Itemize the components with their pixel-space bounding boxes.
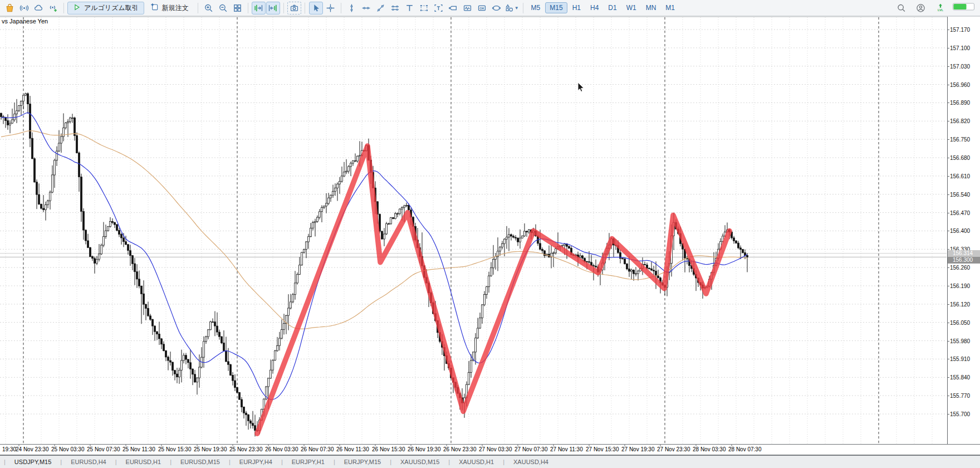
price-axis-label: 156.470 xyxy=(950,210,970,216)
market-bag-icon[interactable] xyxy=(3,2,17,14)
price-axis-label: 156.680 xyxy=(950,155,970,161)
timeframe-h4[interactable]: H4 xyxy=(586,2,603,13)
ma-fast-line[interactable] xyxy=(1,113,747,399)
toolbar: アルゴリズム取引 新規注文 xyxy=(0,0,980,16)
time-axis-label: 25 Nov 07:30 xyxy=(87,446,120,452)
price-axis-label: 156.260 xyxy=(950,265,970,271)
toolbar-separator xyxy=(63,3,64,13)
shapes-dropdown[interactable]: ▼ xyxy=(504,2,520,14)
zoom-out-button[interactable] xyxy=(216,2,230,14)
chart-plot[interactable] xyxy=(0,0,980,468)
time-axis-label: 26 Nov 15:30 xyxy=(372,446,405,452)
chevron-down-icon: ▼ xyxy=(514,6,519,11)
chart-tab-eurusd-m15[interactable]: EURUSD,M15 xyxy=(172,459,228,465)
chart-tab-eurjpy-h1[interactable]: EURJPY,H1 xyxy=(283,459,333,465)
price-axis-label: 156.960 xyxy=(950,82,970,88)
chart-tab-xauusd-h1[interactable]: XAUUSD,H1 xyxy=(450,459,502,465)
ellipse-tool[interactable] xyxy=(489,2,503,14)
chart-tab-xauusd-m15[interactable]: XAUUSD,M15 xyxy=(392,459,448,465)
price-axis-label: 157.100 xyxy=(950,45,970,51)
ask-price-badge: 156.314 xyxy=(948,250,980,257)
zigzag-drawing[interactable] xyxy=(257,146,729,433)
level-label: LVL xyxy=(937,8,943,12)
price-axis-label: 155.840 xyxy=(950,374,970,381)
timeframe-h1[interactable]: H1 xyxy=(568,2,585,13)
cursor-tool-button[interactable] xyxy=(309,2,323,14)
time-axis-label: 19:30 xyxy=(2,446,16,452)
price-axis-label: 156.610 xyxy=(950,173,970,179)
price-axis-label: 156.050 xyxy=(950,320,970,326)
price-label-tool[interactable] xyxy=(446,2,460,14)
chart-tab-xauusd-h4[interactable]: XAUUSD,H4 xyxy=(505,459,557,465)
tile-windows-button[interactable] xyxy=(231,2,244,14)
trendline-tool[interactable] xyxy=(374,2,388,14)
shape-tool[interactable] xyxy=(417,2,431,14)
cloud-icon[interactable] xyxy=(32,2,46,14)
time-axis-label: 25 Nov 03:30 xyxy=(51,446,85,452)
chart-tab-eurjpy-m15[interactable]: EURJPY,M15 xyxy=(336,459,389,465)
price-axis[interactable]: 157.170157.100157.030156.960156.890156.8… xyxy=(947,17,980,444)
add-signal-icon[interactable] xyxy=(46,2,60,14)
timeframe-w1[interactable]: W1 xyxy=(622,2,641,13)
time-axis-label: 25 Nov 23:30 xyxy=(229,446,263,452)
timeframe-mn[interactable]: MN xyxy=(641,2,661,13)
timeframe-m5[interactable]: M5 xyxy=(527,2,545,13)
price-axis-label: 156.750 xyxy=(950,136,970,143)
time-axis-label: 27 Nov 19:30 xyxy=(621,446,655,452)
shift-end-button[interactable] xyxy=(252,2,266,14)
timeframe-m1[interactable]: M1 xyxy=(661,2,679,13)
time-axis-label: 28 Nov 07:30 xyxy=(728,446,762,452)
toolbar-separator xyxy=(305,3,306,13)
indicator-window-tool[interactable] xyxy=(460,2,474,14)
toolbar-right-group: LVL xyxy=(894,2,977,14)
time-axis-label: 27 Nov 07:30 xyxy=(514,446,548,452)
channel-tool[interactable] xyxy=(388,2,402,14)
price-axis-label: 156.120 xyxy=(950,301,970,308)
ok-box-tool[interactable]: OK xyxy=(475,2,489,14)
price-axis-label: 156.890 xyxy=(950,100,970,106)
price-axis-label: 155.770 xyxy=(950,393,970,399)
vertical-line-tool[interactable] xyxy=(345,2,359,14)
search-icon[interactable] xyxy=(894,2,908,14)
chart-tab-eurusd-h1[interactable]: EURUSD,H1 xyxy=(117,459,170,465)
toolbar-separator xyxy=(198,3,198,13)
price-axis-label: 155.980 xyxy=(950,338,970,344)
level-meter xyxy=(953,2,975,13)
time-axis-label: 26 Nov 03:30 xyxy=(265,446,298,452)
horizontal-line-tool[interactable] xyxy=(359,2,373,14)
toolbar-separator xyxy=(283,3,284,13)
timeframe-m15[interactable]: M15 xyxy=(545,2,567,13)
time-axis-label: 28 Nov 03:30 xyxy=(693,446,726,452)
text-tool[interactable] xyxy=(403,2,416,14)
chart-tab-bar: |USDJPY,M15|EURUSD,H4|EURUSD,H1|EURUSD,M… xyxy=(0,455,980,468)
signals-icon[interactable] xyxy=(17,2,31,14)
chart-tab-eurusd-h4[interactable]: EURUSD,H4 xyxy=(62,459,115,465)
chart-tab-usdjpy-m15[interactable]: USDJPY,M15 xyxy=(6,459,60,465)
chart-tab-eurjpy-h4[interactable]: EURJPY,H4 xyxy=(231,459,281,465)
price-axis-label: 156.820 xyxy=(950,118,970,124)
auto-scroll-button[interactable] xyxy=(266,2,280,14)
level-up-icon[interactable]: LVL xyxy=(933,2,947,14)
new-order-icon xyxy=(150,3,159,13)
price-axis-label: 155.910 xyxy=(950,356,970,362)
time-axis-label: 26 Nov 19:30 xyxy=(408,446,441,452)
time-axis-label: 26 Nov 23:30 xyxy=(443,446,477,452)
symbol-watermark: vs Japanese Yen xyxy=(2,18,48,25)
price-axis-label: 155.700 xyxy=(950,411,970,417)
price-axis-label: 156.540 xyxy=(950,192,970,198)
algo-trading-button[interactable]: アルゴリズム取引 xyxy=(67,2,144,14)
crosshair-tool-button[interactable] xyxy=(324,2,337,14)
timeframe-d1[interactable]: D1 xyxy=(604,2,621,13)
new-order-label: 新規注文 xyxy=(162,3,189,13)
price-axis-label: 156.190 xyxy=(950,283,970,289)
account-icon[interactable] xyxy=(914,2,928,14)
play-icon xyxy=(73,3,81,13)
zoom-in-button[interactable] xyxy=(202,2,215,14)
label-tool[interactable] xyxy=(432,2,445,14)
time-axis-label: 26 Nov 07:30 xyxy=(301,446,334,452)
time-axis-label: 27 Nov 11:30 xyxy=(550,446,583,452)
price-axis-label: 157.030 xyxy=(950,64,970,70)
time-axis[interactable]: 19:3024 Nov 23:3025 Nov 03:3025 Nov 07:3… xyxy=(0,444,980,455)
camera-button[interactable] xyxy=(287,2,301,14)
new-order-button[interactable]: 新規注文 xyxy=(145,2,194,14)
